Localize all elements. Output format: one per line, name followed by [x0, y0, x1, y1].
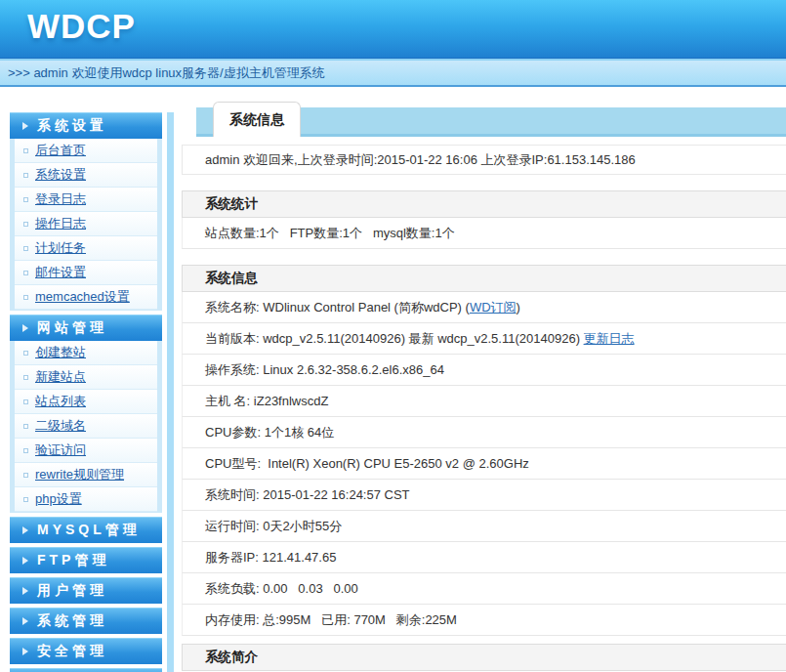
sidebar-section-header[interactable]: FTP管理: [10, 547, 162, 573]
sidebar-item-link[interactable]: 计划任务: [35, 239, 86, 257]
info-text: 主机 名: iZ23fnlwscdZ: [205, 394, 328, 408]
info-text: 站点数量:1个 FTP数量:1个 mysql数量:1个: [205, 226, 455, 240]
sidebar-item-link[interactable]: 站点列表: [35, 393, 86, 410]
tab-system-info[interactable]: 系统信息: [213, 102, 301, 137]
info-text: 系统名称: WDlinux Control Panel (简称wdCP) (: [205, 300, 470, 315]
square-bullet-icon: [23, 375, 28, 380]
chevron-right-icon: [22, 617, 28, 625]
info-text: 系统时间: 2015-01-22 16:24:57 CST: [205, 487, 410, 502]
sidebar-item-link[interactable]: 操作日志: [35, 215, 86, 232]
square-bullet-icon: [23, 424, 28, 429]
sidebar-item[interactable]: 登录日志: [15, 188, 157, 212]
sidebar-item-link[interactable]: memcached设置: [35, 288, 130, 306]
sidebar-item-list: 创建整站新建站点站点列表二级域名验证访问rewrite规则管理php设置: [10, 341, 162, 513]
square-bullet-icon: [23, 399, 28, 404]
square-bullet-icon: [23, 295, 28, 300]
info-row: 系统名称: WDlinux Control Panel (简称wdCP) (WD…: [182, 292, 786, 323]
sidebar-item-list: 后台首页系统设置登录日志操作日志计划任务邮件设置memcached设置: [10, 139, 162, 311]
sidebar-section-header[interactable]: 用户管理: [10, 577, 162, 604]
info-section: 系统信息系统名称: WDlinux Control Panel (简称wdCP)…: [182, 265, 786, 636]
top-header: WDCP: [0, 0, 786, 59]
sidebar-section: 安全管理: [10, 638, 162, 664]
square-bullet-icon: [23, 271, 28, 275]
wd-subscribe-link[interactable]: WD订阅: [470, 300, 517, 315]
square-bullet-icon: [23, 246, 28, 251]
square-bullet-icon: [23, 473, 28, 478]
chevron-right-icon: [22, 587, 28, 595]
sidebar-section: 使用说明: [10, 668, 162, 672]
sidebar-section-header[interactable]: 系统设置: [10, 112, 162, 139]
sidebar-item-link[interactable]: 系统设置: [35, 166, 86, 184]
info-section: 系统统计站点数量:1个 FTP数量:1个 mysql数量:1个: [182, 190, 786, 249]
sidebar-section-header[interactable]: 使用说明: [10, 668, 162, 672]
section-header: 系统统计: [182, 190, 786, 218]
info-text: 服务器IP: 121.41.47.65: [205, 550, 336, 565]
chevron-right-icon: [22, 122, 28, 130]
sidebar-item-link[interactable]: 验证访问: [35, 441, 86, 459]
section-header: 系统信息: [182, 265, 786, 292]
info-text: CPU型号: Intel(R) Xeon(R) CPU E5-2650 v2 @…: [205, 456, 529, 471]
info-row: 运行时间: 0天2小时55分: [182, 511, 786, 542]
square-bullet-icon: [23, 148, 28, 153]
sidebar-section-header[interactable]: 安全管理: [10, 638, 162, 664]
info-row: 主机 名: iZ23fnlwscdZ: [182, 386, 786, 417]
sidebar-item[interactable]: 创建整站: [15, 341, 157, 365]
sidebar-item-link[interactable]: rewrite规则管理: [35, 466, 124, 483]
sidebar-section-label: 网站管理: [37, 319, 107, 337]
info-row: CPU型号: Intel(R) Xeon(R) CPU E5-2650 v2 @…: [182, 448, 786, 480]
sidebar-item[interactable]: rewrite规则管理: [15, 463, 157, 487]
square-bullet-icon: [23, 222, 28, 227]
content-sections: 系统统计站点数量:1个 FTP数量:1个 mysql数量:1个系统信息系统名称:…: [182, 190, 786, 671]
sidebar-item[interactable]: 二级域名: [15, 414, 157, 439]
info-text: 内存使用: 总:995M 已用: 770M 剩余:225M: [205, 612, 457, 627]
info-text: ): [517, 300, 520, 315]
sidebar-item[interactable]: 后台首页: [15, 139, 157, 163]
square-bullet-icon: [23, 351, 28, 356]
sidebar-section: 系统管理: [10, 608, 162, 634]
info-row: 操作系统: Linux 2.6.32-358.6.2.el6.x86_64: [182, 355, 786, 386]
sidebar-content-divider: [167, 112, 174, 672]
sidebar: 系统设置后台首页系统设置登录日志操作日志计划任务邮件设置memcached设置网…: [10, 112, 162, 672]
sidebar-item[interactable]: 邮件设置: [15, 261, 157, 285]
sidebar-item[interactable]: memcached设置: [15, 285, 157, 310]
section-header: 系统简介: [182, 644, 786, 671]
chevron-right-icon: [22, 324, 28, 332]
sidebar-item[interactable]: 系统设置: [15, 163, 157, 188]
sidebar-section-header[interactable]: 网站管理: [10, 315, 162, 341]
sidebar-item[interactable]: 站点列表: [15, 390, 157, 414]
info-text: 当前版本: wdcp_v2.5.11(20140926) 最新 wdcp_v2.…: [205, 331, 584, 346]
sidebar-section-label: MYSQL管理: [37, 522, 141, 539]
sidebar-item[interactable]: 操作日志: [15, 212, 157, 236]
page-layout: 系统设置后台首页系统设置登录日志操作日志计划任务邮件设置memcached设置网…: [0, 107, 786, 672]
sidebar-section: FTP管理: [10, 547, 162, 573]
sidebar-section-header[interactable]: 系统管理: [10, 608, 162, 634]
info-text: CPU参数: 1个1核 64位: [205, 425, 334, 440]
sidebar-item-link[interactable]: 后台首页: [35, 142, 86, 159]
main-content: 系统信息 admin 欢迎回来,上次登录时间:2015-01-22 16:06 …: [182, 107, 786, 671]
info-row: 服务器IP: 121.41.47.65: [182, 542, 786, 573]
info-row: 站点数量:1个 FTP数量:1个 mysql数量:1个: [182, 218, 786, 249]
info-row: CPU参数: 1个1核 64位: [182, 417, 786, 448]
sidebar-item[interactable]: php设置: [15, 487, 157, 512]
sidebar-section-label: 用户管理: [37, 582, 107, 600]
chevron-right-icon: [22, 526, 28, 534]
sidebar-section-label: 系统设置: [37, 117, 107, 135]
sidebar-section: 系统设置后台首页系统设置登录日志操作日志计划任务邮件设置memcached设置: [10, 112, 162, 311]
sidebar-item-link[interactable]: 邮件设置: [35, 264, 86, 281]
square-bullet-icon: [23, 448, 28, 453]
info-text: 系统负载: 0.00 0.03 0.00: [205, 581, 358, 596]
info-row: 系统负载: 0.00 0.03 0.00: [182, 573, 786, 605]
info-text: 操作系统: Linux 2.6.32-358.6.2.el6.x86_64: [205, 362, 444, 377]
sidebar-section-header[interactable]: MYSQL管理: [10, 517, 162, 543]
sidebar-item[interactable]: 验证访问: [15, 439, 157, 463]
sidebar-item-link[interactable]: 创建整站: [35, 344, 86, 361]
sidebar-item-link[interactable]: 新建站点: [35, 368, 86, 386]
square-bullet-icon: [23, 173, 28, 178]
sidebar-item-link[interactable]: 登录日志: [35, 190, 86, 208]
sidebar-item-link[interactable]: php设置: [35, 490, 82, 508]
sidebar-item-link[interactable]: 二级域名: [35, 417, 86, 435]
sidebar-item[interactable]: 计划任务: [15, 236, 157, 261]
sidebar-item[interactable]: 新建站点: [15, 365, 157, 390]
changelog-link[interactable]: 更新日志: [584, 331, 635, 346]
square-bullet-icon: [23, 497, 28, 502]
